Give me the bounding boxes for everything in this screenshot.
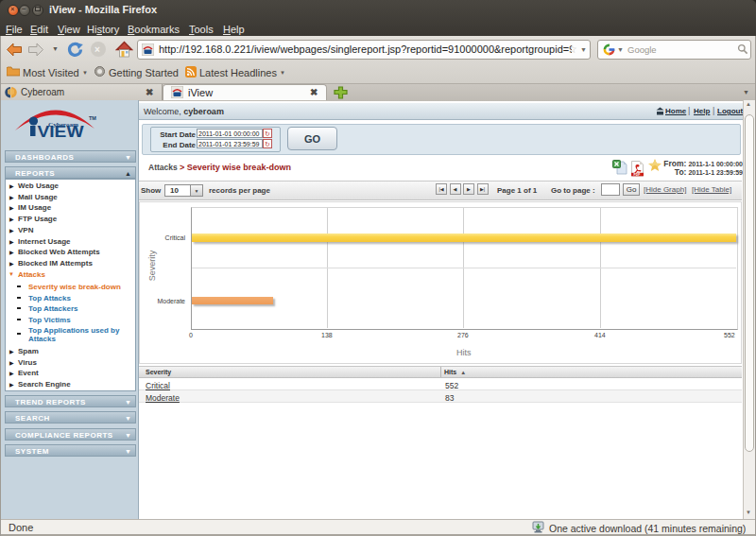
svg-text:PDF: PDF: [634, 173, 641, 177]
svg-text:VIEW: VIEW: [38, 124, 85, 140]
svg-text:TM: TM: [89, 115, 96, 121]
